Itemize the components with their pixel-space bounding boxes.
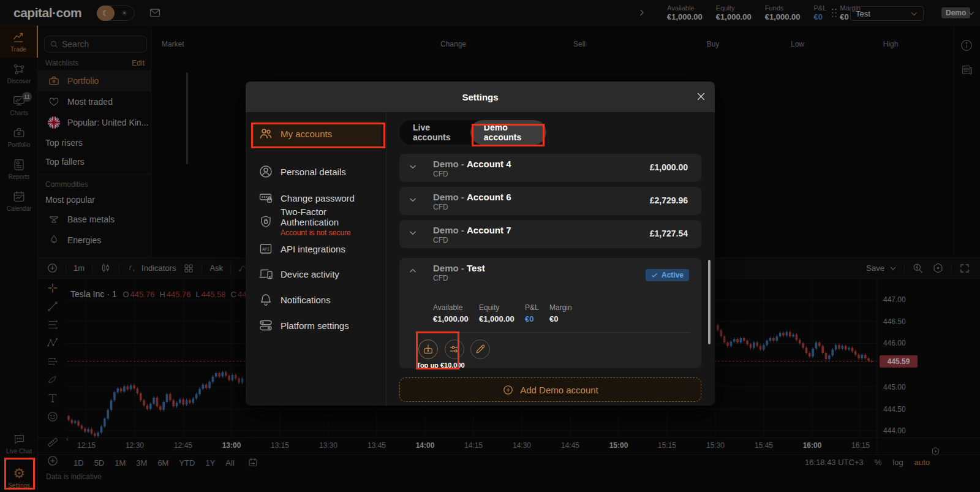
stat-value: €0 xyxy=(549,314,580,324)
modal-nav-label: My accounts xyxy=(281,129,332,139)
account-stats: Available€1,000.00Equity€1,000.00P&L€0Ma… xyxy=(433,303,580,324)
stat-value: €1,000.00 xyxy=(433,314,479,324)
account-row[interactable]: Demo - Account 6CFD£2,729.96 xyxy=(399,187,701,215)
chevron-down-icon[interactable] xyxy=(409,229,417,237)
account-type: CFD xyxy=(433,274,448,282)
stat-label: Equity xyxy=(479,303,525,312)
stat-margin: Margin€0 xyxy=(549,303,580,324)
modal-nav-label: Two-Factor AuthenticationAccount is not … xyxy=(281,206,381,237)
modal-nav-two-factor-authentication[interactable]: Two-Factor AuthenticationAccount is not … xyxy=(251,205,381,238)
people-icon xyxy=(258,126,273,141)
stat-label: Margin xyxy=(549,303,580,312)
divider xyxy=(433,332,690,333)
devices-icon xyxy=(258,267,273,281)
add-demo-account-label: Add Demo account xyxy=(520,385,598,395)
chevron-up-icon[interactable] xyxy=(409,267,417,275)
platform-icon xyxy=(258,318,273,333)
check-icon xyxy=(651,272,658,279)
modal-nav-label: Platform settings xyxy=(281,320,349,331)
account-action-pencil-button[interactable] xyxy=(470,339,490,359)
account-value: £1,000.00 xyxy=(650,162,688,172)
stat-value: €0 xyxy=(525,314,549,324)
modal-nav-label: Device activity xyxy=(281,269,339,279)
account-type: CFD xyxy=(433,170,448,178)
stat-pl: P&L€0 xyxy=(525,303,549,324)
modal-scrollbar[interactable] xyxy=(708,260,710,344)
modal-nav-sublabel: Account is not secure xyxy=(281,229,381,237)
account-name: Demo - Account 4 xyxy=(433,159,511,169)
modal-nav-notifications[interactable]: Notifications xyxy=(251,287,381,312)
account-value: £2,729.96 xyxy=(650,195,688,205)
modal-nav-label: Change password xyxy=(281,193,355,203)
account-action-sliders-button[interactable] xyxy=(445,339,464,359)
account-type: CFD xyxy=(433,236,448,244)
modal-nav-personal-details[interactable]: Personal details xyxy=(251,159,381,184)
bell-icon xyxy=(258,292,273,307)
account-name: Demo - Account 7 xyxy=(433,225,511,235)
modal-nav-platform-settings[interactable]: Platform settings xyxy=(251,313,381,338)
stat-value: €1,000.00 xyxy=(479,314,525,324)
stat-label: Available xyxy=(433,303,479,312)
close-icon[interactable] xyxy=(696,91,706,102)
account-name: Demo - Test xyxy=(433,263,485,273)
modal-nav-label: Personal details xyxy=(281,167,346,177)
stat-available: Available€1,000.00 xyxy=(433,303,479,324)
account-value: £1,727.54 xyxy=(650,229,688,238)
trading-app: 447.00446.50446.00445.50445.00444.50444.… xyxy=(0,0,980,492)
stat-equity: Equity€1,000.00 xyxy=(479,303,525,324)
plus-circle-icon xyxy=(502,384,514,396)
stat-label: P&L xyxy=(525,303,549,312)
api-icon: API xyxy=(258,241,273,256)
modal-nav: My accountsPersonal detailsChange passwo… xyxy=(246,112,386,406)
modal-nav-api-integrations[interactable]: APIAPI integrations xyxy=(251,237,381,261)
tab-live-accounts[interactable]: Live accounts xyxy=(399,120,470,145)
modal-header: Settings xyxy=(246,81,715,112)
chevron-down-icon[interactable] xyxy=(409,195,417,204)
account-action-topup-button[interactable] xyxy=(418,339,438,359)
add-demo-account-button[interactable]: Add Demo account xyxy=(399,377,701,402)
modal-title: Settings xyxy=(462,92,498,102)
top-up-tooltip: Top up €10,000 xyxy=(417,361,465,369)
tab-demo-accounts[interactable]: Demo accounts xyxy=(470,120,546,145)
account-row[interactable]: Demo - Account 7CFD£1,727.54 xyxy=(399,220,701,248)
account-name: Demo - Account 6 xyxy=(433,192,511,202)
account-type: CFD xyxy=(433,203,448,211)
modal-nav-label: API integrations xyxy=(281,244,345,254)
shield-icon xyxy=(258,214,273,229)
modal-nav-device-activity[interactable]: Device activity xyxy=(251,262,381,286)
account-row[interactable]: Demo - Account 4CFD£1,000.00 xyxy=(399,154,701,182)
password-icon xyxy=(258,191,273,205)
person-icon xyxy=(258,164,273,179)
active-status-badge: Active xyxy=(646,269,689,281)
modal-nav-label: Notifications xyxy=(281,295,331,305)
accounts-tabs: Live accountsDemo accounts xyxy=(399,120,546,145)
settings-modal: Settings My accountsPersonal detailsChan… xyxy=(246,81,715,406)
svg-text:API: API xyxy=(262,247,270,252)
chevron-down-icon[interactable] xyxy=(409,162,417,171)
modal-nav-my-accounts[interactable]: My accounts xyxy=(251,121,381,146)
account-row-expanded[interactable]: Demo - TestCFDActiveAvailable€1,000.00Eq… xyxy=(399,258,701,368)
